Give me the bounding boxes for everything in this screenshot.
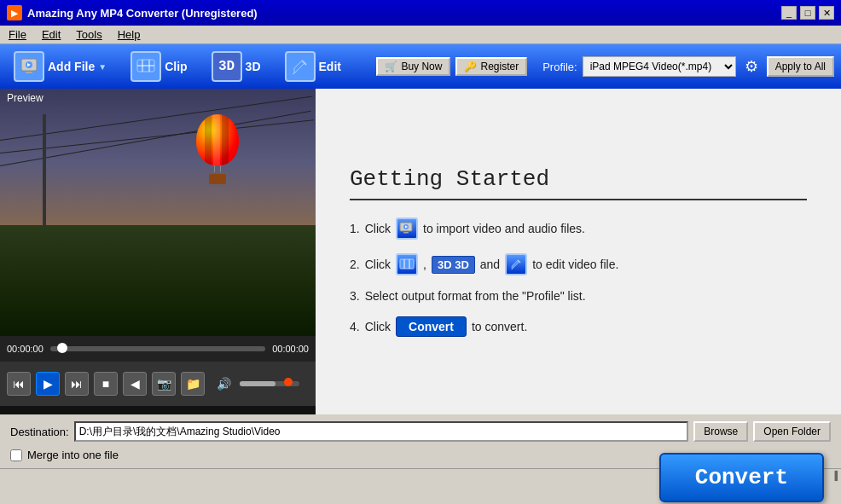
add-file-icon bbox=[14, 51, 44, 82]
clip-button[interactable]: Clip bbox=[124, 48, 194, 85]
menu-tools[interactable]: Tools bbox=[72, 28, 105, 41]
buy-now-button[interactable]: 🛒 Buy Now bbox=[376, 57, 450, 76]
getting-started-panel: Getting Started 1. Click to import video… bbox=[316, 89, 841, 414]
step-2-comma: , bbox=[423, 258, 426, 271]
step-4-suffix: to convert. bbox=[472, 320, 527, 333]
getting-started-title: Getting Started bbox=[350, 166, 807, 200]
preview-video bbox=[0, 89, 316, 336]
step-4: 4. Click Convert to convert. bbox=[350, 316, 807, 337]
time-end: 00:00:00 bbox=[272, 344, 309, 354]
maximize-button[interactable]: □ bbox=[800, 6, 815, 20]
step-2-suffix2: to edit video file. bbox=[532, 258, 618, 271]
destination-row: Destination: Browse Open Folder bbox=[0, 414, 841, 449]
edit-label: Edit bbox=[319, 60, 341, 73]
key-icon: 🔑 bbox=[464, 61, 477, 72]
fast-forward-button[interactable]: ⏭ bbox=[65, 372, 89, 396]
volume-icon: 🔊 bbox=[217, 377, 231, 391]
merge-label: Merge into one file bbox=[27, 449, 119, 461]
progress-bar[interactable] bbox=[50, 346, 265, 351]
folder-button[interactable]: 📁 bbox=[181, 372, 205, 396]
step-1-number: 1. bbox=[350, 222, 360, 235]
register-button[interactable]: 🔑 Register bbox=[455, 57, 527, 76]
window-title: Amazing Any MP4 Converter (Unregistered) bbox=[27, 7, 258, 20]
menu-edit[interactable]: Edit bbox=[38, 28, 64, 41]
clip-step-icon bbox=[396, 253, 418, 275]
app-icon: ▶ bbox=[7, 5, 22, 20]
apply-to-all-button[interactable]: Apply to All bbox=[767, 56, 834, 77]
cart-icon: 🛒 bbox=[385, 61, 397, 72]
profile-area: Profile: iPad MPEG4 Video(*.mp4) ⚙ Apply… bbox=[542, 56, 834, 77]
step-4-prefix: Click bbox=[365, 320, 391, 333]
status-text: ▐ bbox=[832, 471, 838, 480]
preview-panel: Preview bbox=[0, 89, 316, 414]
step-3-text: Select output format from the "Profile" … bbox=[365, 289, 586, 303]
menu-bar: File Edit Tools Help bbox=[0, 26, 841, 44]
svg-rect-13 bbox=[403, 232, 409, 234]
rewind-button[interactable]: ⏮ bbox=[7, 372, 31, 396]
minimize-button[interactable]: _ bbox=[781, 6, 797, 20]
menu-file[interactable]: File bbox=[5, 28, 30, 41]
pole bbox=[43, 114, 46, 225]
3d-label: 3D bbox=[246, 60, 261, 73]
3d-button[interactable]: 3D 3D bbox=[205, 48, 268, 85]
main-area: Preview bbox=[0, 89, 841, 414]
svg-rect-3 bbox=[26, 72, 32, 73]
balloon-lines bbox=[196, 165, 239, 172]
step-1: 1. Click to import video and audio files… bbox=[350, 217, 807, 240]
preview-sky bbox=[0, 89, 316, 237]
profile-select[interactable]: iPad MPEG4 Video(*.mp4) bbox=[583, 56, 736, 77]
step-4-number: 4. bbox=[350, 320, 360, 333]
screenshot-button[interactable]: 📷 bbox=[152, 372, 176, 396]
convert-step-button[interactable]: Convert bbox=[396, 316, 467, 337]
add-file-arrow[interactable]: ▼ bbox=[98, 62, 107, 72]
step-2-prefix: Click bbox=[365, 258, 391, 271]
close-button[interactable]: ✕ bbox=[819, 6, 834, 20]
balloon bbox=[196, 114, 239, 184]
step-2-number: 2. bbox=[350, 258, 360, 271]
controls-bar: 00:00:00 00:00:00 bbox=[0, 336, 316, 362]
browse-button[interactable]: Browse bbox=[693, 421, 748, 442]
add-file-label: Add File bbox=[48, 60, 95, 73]
edit-icon bbox=[285, 51, 316, 82]
title-bar-controls[interactable]: _ □ ✕ bbox=[781, 6, 834, 20]
volume-fill bbox=[240, 381, 276, 386]
title-bar-left: ▶ Amazing Any MP4 Converter (Unregistere… bbox=[7, 5, 258, 20]
add-file-button[interactable]: Add File ▼ bbox=[7, 48, 113, 85]
convert-main-button[interactable]: Convert bbox=[659, 453, 824, 502]
progress-thumb[interactable] bbox=[57, 343, 67, 353]
time-start: 00:00:00 bbox=[7, 344, 44, 354]
open-folder-button[interactable]: Open Folder bbox=[753, 421, 831, 442]
step-2-and: and bbox=[480, 258, 500, 271]
balloon-body bbox=[196, 114, 239, 165]
settings-icon[interactable]: ⚙ bbox=[741, 56, 762, 77]
play-button[interactable]: ▶ bbox=[36, 372, 60, 396]
volume-thumb[interactable] bbox=[284, 378, 293, 386]
destination-input[interactable] bbox=[74, 421, 689, 442]
title-bar: ▶ Amazing Any MP4 Converter (Unregistere… bbox=[0, 0, 841, 26]
step-1-prefix: Click bbox=[365, 222, 391, 235]
profile-label: Profile: bbox=[542, 61, 577, 73]
step-2: 2. Click , 3D 3D and bbox=[350, 253, 807, 275]
menu-help[interactable]: Help bbox=[114, 28, 144, 41]
edit-button[interactable]: Edit bbox=[278, 48, 348, 85]
3d-step-badge: 3D 3D bbox=[432, 256, 475, 274]
merge-checkbox[interactable] bbox=[10, 449, 22, 461]
playback-controls: ⏮ ▶ ⏭ ■ ◀ 📷 📁 🔊 bbox=[0, 362, 316, 406]
clip-label: Clip bbox=[165, 60, 187, 73]
preview-label: Preview bbox=[7, 92, 44, 104]
3d-icon: 3D bbox=[212, 51, 242, 82]
volume-slider[interactable] bbox=[240, 381, 299, 386]
destination-label: Destination: bbox=[10, 426, 69, 438]
stop-button[interactable]: ■ bbox=[94, 372, 118, 396]
steps-list: 1. Click to import video and audio files… bbox=[350, 217, 807, 337]
svg-rect-14 bbox=[400, 259, 414, 269]
step-3: 3. Select output format from the "Profil… bbox=[350, 289, 807, 303]
add-file-step-icon bbox=[396, 217, 418, 240]
step-1-suffix: to import video and audio files. bbox=[423, 222, 585, 235]
toolbar: Add File ▼ Clip 3D 3D Edit bbox=[0, 44, 841, 89]
prev-frame-button[interactable]: ◀ bbox=[123, 372, 147, 396]
balloon-basket bbox=[209, 174, 226, 184]
edit-step-icon bbox=[505, 253, 527, 275]
preview-ground bbox=[0, 225, 316, 337]
step-3-number: 3. bbox=[350, 289, 360, 303]
